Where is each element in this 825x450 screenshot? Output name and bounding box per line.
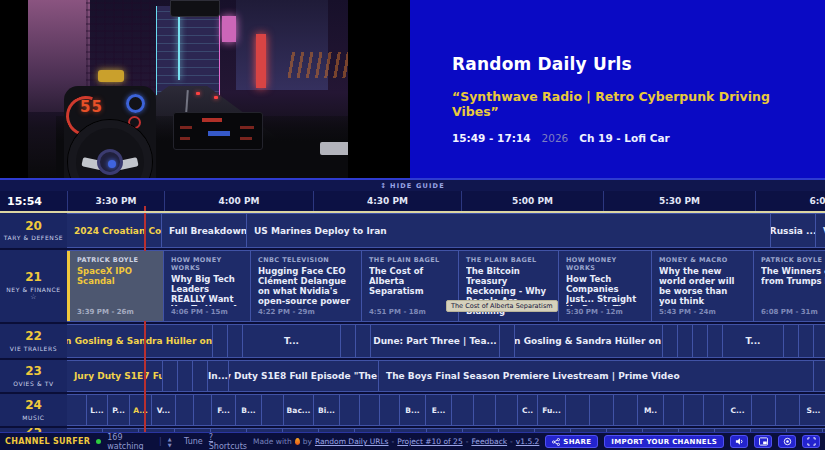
share-button[interactable]: SHARE bbox=[545, 435, 598, 448]
fullscreen-button[interactable] bbox=[802, 435, 820, 448]
program-name: How Tech Companies Just... Straight Up B… bbox=[566, 274, 644, 306]
time-slot-label: 4:00 PM bbox=[164, 191, 313, 211]
program-cell[interactable]: Bi... bbox=[314, 395, 340, 425]
program-cell[interactable]: The Boys Final Season Premiere Livestrea… bbox=[379, 361, 814, 391]
program-cell[interactable]: THE PLAIN BAGELThe Cost of Alberta Separ… bbox=[362, 251, 459, 321]
favorite-star-icon[interactable]: ☆ bbox=[30, 294, 36, 301]
video-preview[interactable]: 55 bbox=[0, 0, 410, 178]
record-button[interactable] bbox=[778, 435, 796, 448]
channel-number: 22 bbox=[25, 330, 42, 343]
program-cell[interactable]: C... bbox=[724, 395, 752, 425]
channel-meta: Ch 19 - Lofi Car bbox=[579, 132, 669, 144]
hide-guide-button[interactable]: ↕ HIDE GUIDE bbox=[0, 178, 825, 191]
program-cell[interactable]: CNBC TELEVISIONHugging Face CEO Clément … bbox=[251, 251, 362, 321]
program-cell[interactable]: P... bbox=[108, 395, 130, 425]
dash: - bbox=[510, 437, 513, 446]
empty-slot bbox=[784, 325, 799, 357]
channel-label[interactable]: 20TARY & DEFENSE bbox=[0, 213, 67, 248]
channel-label[interactable]: 23OVIES & TV bbox=[0, 360, 67, 392]
dash: - bbox=[466, 437, 469, 446]
program-cell[interactable]: S... bbox=[800, 395, 825, 425]
program-cell[interactable]: PATRICK BOYLESpaceX IPO Scandal3:39 PM -… bbox=[67, 251, 164, 321]
program-cell[interactable]: MONEY & MACROWhy the new world order wil… bbox=[652, 251, 754, 321]
program-cell[interactable]: In... bbox=[208, 361, 229, 391]
empty-slot bbox=[663, 325, 678, 357]
program-cell[interactable]: Ryan Gosling & Sandra Hüller on B... bbox=[515, 325, 663, 357]
console-readout bbox=[180, 126, 192, 129]
import-channels-button[interactable]: IMPORT YOUR CHANNELS bbox=[604, 435, 724, 448]
credit-link[interactable]: Random Daily URLs bbox=[315, 437, 389, 446]
program-name: Why Big Tech Leaders REALLY Want You To … bbox=[171, 274, 243, 306]
program-cell[interactable]: E... bbox=[426, 395, 452, 425]
program-cell[interactable]: US Marines Deploy to Iran bbox=[247, 214, 771, 247]
program-time: 4:22 PM - 29m bbox=[258, 306, 354, 316]
time-header: 15:54 3:30 PM4:00 PM4:30 PM5:00 PM5:30 P… bbox=[0, 191, 825, 211]
version-link[interactable]: v1.5.2 bbox=[516, 437, 540, 446]
channel-label[interactable]: 25 bbox=[0, 428, 67, 432]
channel-label[interactable]: 21NEY & FINANCE☆ bbox=[0, 250, 67, 322]
program-cell[interactable]: L... bbox=[87, 395, 108, 425]
channel-label[interactable]: 24MUSIC bbox=[0, 394, 67, 426]
project-link[interactable]: Project #10 of 25 bbox=[397, 437, 462, 446]
by-text: by bbox=[303, 437, 312, 446]
empty-slot bbox=[67, 429, 103, 432]
channel-category: MUSIC bbox=[22, 414, 44, 421]
time-slot-label: 3:30 PM bbox=[67, 191, 164, 211]
program-cell[interactable]: Bac... bbox=[284, 395, 314, 425]
flame-icon bbox=[295, 438, 300, 445]
program-cell[interactable]: Russia ... bbox=[771, 214, 816, 247]
program-cell[interactable]: Full Breakdown of ... bbox=[162, 214, 247, 247]
empty-slot bbox=[356, 325, 371, 357]
program-cell[interactable]: B... bbox=[236, 395, 262, 425]
channel-number: 24 bbox=[25, 399, 42, 412]
empty-slot bbox=[247, 429, 283, 432]
empty-slot bbox=[474, 395, 496, 425]
console-readout bbox=[240, 137, 252, 140]
import-label: IMPORT YOUR CHANNELS bbox=[611, 438, 717, 446]
volume-button[interactable] bbox=[730, 435, 748, 448]
program-cell[interactable]: M.. bbox=[638, 395, 664, 425]
program-cell[interactable]: A... bbox=[130, 395, 152, 425]
program-cell[interactable]: Dune: Part Three | Tea... bbox=[371, 325, 500, 357]
program-cells: L...P...A...V...F...B...Bac...Bi...B...E… bbox=[67, 394, 825, 426]
program-cell[interactable]: T... bbox=[243, 325, 341, 357]
program-cell[interactable]: T... bbox=[723, 325, 784, 357]
mini-player-button[interactable] bbox=[754, 435, 772, 448]
program-cell[interactable]: V... bbox=[816, 214, 825, 247]
instrument-cluster: 55 bbox=[64, 86, 156, 178]
status-bar: CHANNEL SURFER 169 watching | ▲ ▼ Tune ?… bbox=[0, 432, 825, 450]
shortcuts-link[interactable]: ? Shortcuts bbox=[209, 433, 247, 450]
program-cell[interactable]: Jury Duty S1E7 Full E... bbox=[67, 361, 163, 391]
program-meta: 15:49 - 17:14 2026 Ch 19 - Lofi Car bbox=[452, 132, 815, 144]
live-dot-icon bbox=[96, 439, 101, 444]
program-cell[interactable]: PATRICK BOYLEThe Winners & Losers from T… bbox=[754, 251, 825, 321]
feedback-link[interactable]: Feedback bbox=[471, 437, 507, 446]
empty-slot bbox=[463, 429, 499, 432]
program-kicker: HOW MONEY WORKS bbox=[171, 256, 243, 272]
console-screen bbox=[173, 112, 263, 150]
program-cell[interactable]: B... bbox=[400, 395, 426, 425]
program-cell[interactable]: Fu... bbox=[538, 395, 566, 425]
program-name: The Winners & Losers from Trumps New Ta bbox=[761, 266, 825, 286]
program-cell[interactable]: F... bbox=[212, 395, 236, 425]
program-name: The Boys Final Season Premiere Livestrea… bbox=[386, 371, 680, 381]
program-cell[interactable]: Jury Duty S1E8 Full Episode "The V... bbox=[229, 361, 379, 391]
program-name: L... bbox=[90, 406, 103, 415]
program-cell[interactable]: Ryan Gosling & Sandra Hüller on B... bbox=[67, 325, 213, 357]
program-cell[interactable]: C.. bbox=[518, 395, 538, 425]
window-streaks bbox=[286, 52, 348, 78]
program-name: S... bbox=[807, 406, 821, 415]
program-time: 5:30 PM - 12m bbox=[566, 306, 644, 316]
program-cell[interactable]: HOW MONEY WORKSHow Tech Companies Just..… bbox=[559, 251, 652, 321]
program-cell[interactable]: V... bbox=[152, 395, 176, 425]
program-cell[interactable]: HOW MONEY WORKSWhy Big Tech Leaders REAL… bbox=[164, 251, 251, 321]
program-cell[interactable]: 2024 Croatian Comb... bbox=[67, 214, 162, 247]
empty-slot bbox=[614, 395, 638, 425]
neon-sign bbox=[222, 16, 236, 42]
channel-row: 22VIE TRAILERSRyan Gosling & Sandra Hüll… bbox=[0, 324, 825, 360]
channel-label[interactable]: 22VIE TRAILERS bbox=[0, 324, 67, 358]
volume-icon bbox=[735, 437, 744, 446]
time-slot-label: 5:30 PM bbox=[603, 191, 755, 211]
empty-slot bbox=[452, 395, 474, 425]
program-name: Russia ... bbox=[771, 226, 816, 236]
